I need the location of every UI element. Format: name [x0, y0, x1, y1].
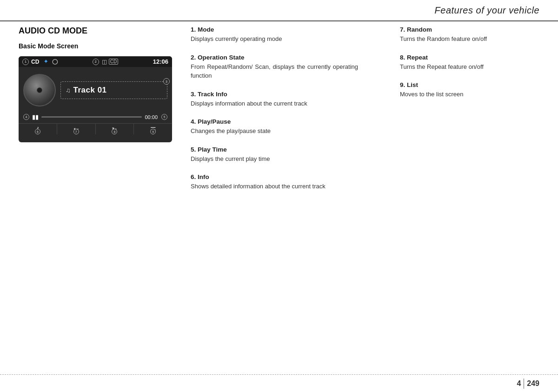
desc-heading-8: 8. Repeat	[400, 54, 539, 61]
header: Features of your vehicle	[0, 0, 558, 21]
player-top-bar: 1 CD ✦ ◯ 2 ◫ CD 12:06	[19, 56, 172, 67]
desc-item-6: 6. Info Shows detailed information about…	[191, 173, 358, 191]
cd-disc	[23, 74, 56, 106]
list-circle-label: 9	[150, 129, 156, 134]
page-divider	[524, 379, 524, 389]
random-circle-label: 7	[73, 129, 79, 134]
random-button[interactable]: ⇆ 7	[57, 124, 96, 134]
page-section: 4	[517, 379, 521, 388]
right-column: 7. Random Turns the Random feature on/of…	[400, 26, 539, 109]
left-column: AUDIO CD MODE Basic Mode Screen 1 CD ✦ ◯…	[19, 26, 177, 142]
desc-text-9: Moves to the list screen	[400, 90, 539, 99]
music-note-icon: ♫	[66, 86, 71, 94]
player-mode: 1 CD ✦ ◯	[22, 59, 58, 65]
signal-icon: ◯	[52, 59, 58, 65]
desc-item-4: 4. Play/Pause Changes the play/pause sta…	[191, 118, 358, 136]
shuffle-icon: CD	[109, 59, 118, 65]
info-circle-label: 6	[35, 129, 40, 134]
pause-icon: ▮▮	[32, 113, 39, 120]
player-progress-area: 4 ▮▮ 00:00 5	[19, 113, 172, 120]
cd-player: 1 CD ✦ ◯ 2 ◫ CD 12:06	[19, 56, 172, 142]
desc-text-7: Turns the Random feature on/off	[400, 34, 539, 44]
desc-heading-5: 5. Play Time	[191, 146, 358, 153]
desc-heading-6: 6. Info	[191, 173, 358, 180]
footer: 4 249	[0, 374, 558, 392]
desc-heading-1: 1. Mode	[191, 26, 358, 33]
desc-heading-9: 9. List	[400, 81, 539, 88]
player-time: 12:06	[153, 58, 168, 65]
player-main-area: ♫ Track 01 3	[19, 67, 172, 113]
mode-circle-label: 1	[22, 59, 29, 65]
progress-bar	[41, 116, 142, 118]
page-number: 4 249	[517, 379, 539, 389]
desc-text-8: Turns the Repeat feature on/off	[400, 62, 539, 72]
desc-text-4: Changes the play/pause state	[191, 126, 358, 136]
operation-circle-label: 2	[93, 59, 99, 65]
header-title: Features of your vehicle	[435, 5, 539, 16]
track-info-circle-label: 3	[163, 78, 170, 85]
desc-item-7: 7. Random Turns the Random feature on/of…	[400, 26, 539, 44]
desc-item-2: 2. Operation State From Repeat/Random/ S…	[191, 54, 358, 80]
desc-heading-3: 3. Track Info	[191, 91, 358, 98]
desc-text-2: From Repeat/Random/ Scan, displays the c…	[191, 62, 358, 80]
cd-hole	[37, 87, 42, 93]
desc-heading-4: 4. Play/Pause	[191, 118, 358, 125]
mid-column: 1. Mode Displays currently operating mod…	[191, 26, 358, 201]
desc-heading-2: 2. Operation State	[191, 54, 358, 61]
desc-text-6: Shows detailed information about the cur…	[191, 182, 358, 191]
player-bottom-bar: i 6 ⇆ 7 ↻ 8 ☰ 9	[19, 123, 172, 134]
desc-item-9: 9. List Moves to the list screen	[400, 81, 539, 99]
repeat-button[interactable]: ↻ 8	[96, 124, 134, 134]
repeat-circle-label: 8	[112, 129, 117, 134]
track-name: Track 01	[73, 86, 107, 95]
section-title: AUDIO CD MODE	[19, 26, 177, 36]
desc-item-8: 8. Repeat Turns the Repeat feature on/of…	[400, 54, 539, 72]
player-icons-center: 2 ◫ CD	[93, 59, 118, 65]
play-pause-circle-label: 4	[23, 114, 29, 120]
desc-item-3: 3. Track Info Displays information about…	[191, 91, 358, 108]
play-time-circle-label: 5	[161, 114, 167, 120]
info-button[interactable]: i 6	[19, 124, 57, 134]
desc-item-5: 5. Play Time Displays the current play t…	[191, 146, 358, 164]
bluetooth-icon: ✦	[44, 59, 48, 65]
desc-item-1: 1. Mode Displays currently operating mod…	[191, 26, 358, 44]
desc-text-1: Displays currently operating mode	[191, 34, 358, 44]
track-info-box: ♫ Track 01 3	[60, 81, 167, 99]
page-num: 249	[527, 379, 539, 388]
main-content: AUDIO CD MODE Basic Mode Screen 1 CD ✦ ◯…	[19, 26, 539, 371]
play-time: 00:00	[145, 114, 158, 120]
subsection-title: Basic Mode Screen	[19, 42, 177, 50]
list-button[interactable]: ☰ 9	[134, 124, 172, 134]
desc-text-3: Displays information about the current t…	[191, 99, 358, 108]
desc-heading-7: 7. Random	[400, 26, 539, 33]
mode-text: CD	[31, 59, 39, 65]
cd-icon: ◫	[102, 59, 107, 65]
desc-text-5: Displays the current play time	[191, 154, 358, 164]
